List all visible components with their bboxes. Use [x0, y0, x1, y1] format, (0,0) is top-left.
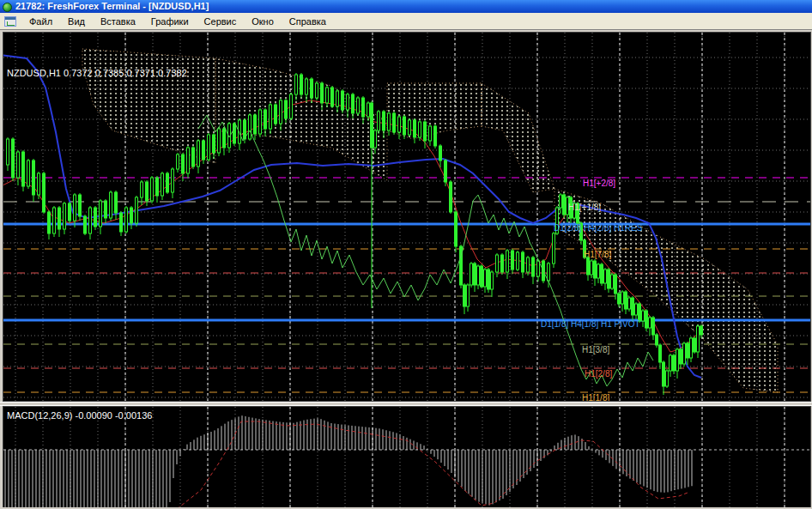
menu-bar: Файл Вид Вставка Графики Сервис Окно Спр…	[0, 13, 812, 30]
menu-file[interactable]: Файл	[21, 15, 60, 28]
menu-help[interactable]: Справка	[282, 15, 334, 28]
level-label: H1[+1/8]	[568, 203, 601, 212]
level-label: H1[+2/8]	[583, 179, 615, 188]
app-icon	[3, 3, 12, 12]
menu-insert[interactable]: Вставка	[93, 15, 143, 28]
level-label: H1[3/8]	[582, 345, 609, 354]
level-label: H1[1/8]	[582, 393, 609, 401]
window-title: 21782: FreshForex Terminal - [NZDUSD,H1]	[15, 0, 209, 13]
menu-charts[interactable]: Графики	[143, 15, 197, 28]
chart-window-icon[interactable]	[4, 16, 16, 27]
title-bar[interactable]: 21782: FreshForex Terminal - [NZDUSD,H1]	[0, 0, 812, 13]
macd-panel[interactable]	[3, 406, 811, 509]
chart-frame: H1[+2/8]H1[+1/8]D1[2/8] H4[2/8] H1RESH1[…	[0, 29, 812, 509]
menu-view[interactable]: Вид	[60, 15, 93, 28]
application-window: 21782: FreshForex Terminal - [NZDUSD,H1]…	[0, 0, 812, 509]
menu-service[interactable]: Сервис	[197, 15, 245, 28]
main-chart-area[interactable]: H1[+2/8]H1[+1/8]D1[2/8] H4[2/8] H1RESH1[…	[3, 32, 811, 402]
level-label: H1[2/8]	[585, 369, 612, 379]
level-label: D1[1/8] H4[1/8] H1 PIVOT	[541, 319, 640, 329]
level-label: H1[7/8]	[584, 250, 611, 259]
level-label: D1[2/8] H4[2/8] H1RES	[554, 223, 643, 233]
menu-window[interactable]: Окно	[244, 15, 282, 28]
